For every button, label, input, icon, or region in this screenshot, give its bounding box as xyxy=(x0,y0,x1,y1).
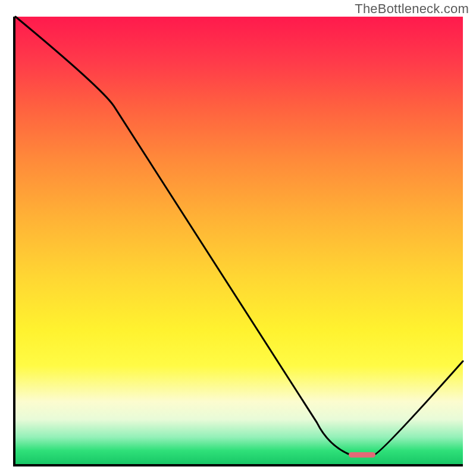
chart-area xyxy=(13,17,463,466)
bottleneck-line xyxy=(15,17,463,464)
watermark-text: TheBottleneck.com xyxy=(355,1,469,17)
optimum-marker xyxy=(349,452,375,458)
